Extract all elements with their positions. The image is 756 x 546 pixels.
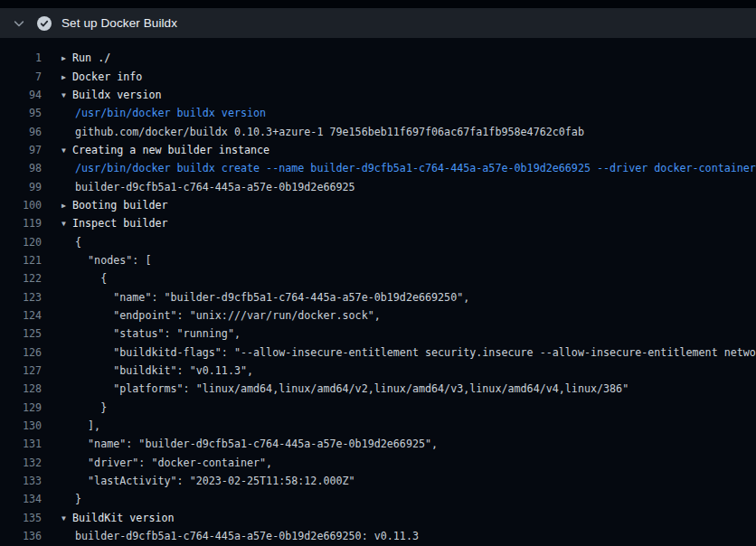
log-line: 96 github.com/docker/buildx 0.10.3+azure… xyxy=(0,122,756,140)
line-number[interactable]: 7 xyxy=(0,71,42,83)
log-line: 100 ▶Booting builder xyxy=(0,196,756,214)
log-text: { xyxy=(61,236,81,249)
line-number[interactable]: 133 xyxy=(0,475,42,487)
log-text: "buildkitd-flags": "--allow-insecure-ent… xyxy=(61,346,756,359)
log-line: 94 ▼Buildx version xyxy=(0,86,756,104)
log-line: 99 builder-d9cfb5a1-c764-445a-a57e-0b19d… xyxy=(0,177,756,195)
log-group-header[interactable]: ▶Booting builder xyxy=(61,199,168,212)
line-number[interactable]: 94 xyxy=(0,89,42,101)
log-group-label: Creating a new builder instance xyxy=(72,144,269,156)
line-number[interactable]: 128 xyxy=(0,382,42,395)
log-group-header[interactable]: ▼Creating a new builder instance xyxy=(61,144,269,156)
line-number[interactable]: 127 xyxy=(0,364,42,377)
log-line: 97 ▼Creating a new builder instance xyxy=(0,141,756,159)
log-line: 132 "driver": "docker-container", xyxy=(0,454,756,472)
log-command-text: /usr/bin/docker buildx version xyxy=(61,107,266,119)
log-group-label: Run ./ xyxy=(72,52,110,64)
log-text: } xyxy=(61,401,107,414)
log-group-label: BuildKit version xyxy=(72,512,175,524)
log-group-label: Inspect builder xyxy=(72,217,168,230)
log-line: 120 { xyxy=(0,232,756,250)
line-number[interactable]: 130 xyxy=(0,419,42,432)
log-line: 128 "platforms": "linux/amd64,linux/amd6… xyxy=(0,380,756,398)
line-number[interactable]: 95 xyxy=(0,107,42,119)
log-line: 1 ▶Run ./ xyxy=(0,49,756,67)
log-text: "lastActivity": "2023-02-25T11:58:12.000… xyxy=(61,475,355,487)
log-line: 123 "name": "builder-d9cfb5a1-c764-445a-… xyxy=(0,287,756,306)
log-group-header[interactable]: ▼Buildx version xyxy=(61,89,162,101)
log-text: "endpoint": "unix:///var/run/docker.sock… xyxy=(61,309,381,322)
line-number[interactable]: 131 xyxy=(0,438,42,450)
triangle-down-icon: ▼ xyxy=(61,514,72,522)
log-line: 98 /usr/bin/docker buildx create --name … xyxy=(0,159,756,177)
log-line: 130 ], xyxy=(0,417,756,435)
log-line: 122 { xyxy=(0,269,756,287)
log-text: builder-d9cfb5a1-c764-445a-a57e-0b19d2e6… xyxy=(61,530,419,542)
log-group-header[interactable]: ▶Docker info xyxy=(61,71,142,83)
line-number[interactable]: 121 xyxy=(0,254,42,267)
log-line: 135 ▼BuildKit version xyxy=(0,509,756,527)
log-group-header[interactable]: ▶Run ./ xyxy=(61,52,110,64)
triangle-right-icon: ▶ xyxy=(61,73,72,81)
log-text: "name": "builder-d9cfb5a1-c764-445a-a57e… xyxy=(61,438,438,450)
log-text: } xyxy=(61,493,81,505)
log-text: builder-d9cfb5a1-c764-445a-a57e-0b19d2e6… xyxy=(61,181,355,193)
log-text: "driver": "docker-container", xyxy=(61,457,272,469)
log-line: 124 "endpoint": "unix:///var/run/docker.… xyxy=(0,306,756,325)
log-group-label: Buildx version xyxy=(72,89,162,101)
line-number[interactable]: 122 xyxy=(0,272,42,285)
line-number[interactable]: 134 xyxy=(0,493,42,505)
line-number[interactable]: 132 xyxy=(0,457,42,469)
log-line: 136 builder-d9cfb5a1-c764-445a-a57e-0b19… xyxy=(0,527,756,545)
step-header[interactable]: Set up Docker Buildx xyxy=(0,8,756,38)
log-line: 125 "status": "running", xyxy=(0,325,756,343)
log-text: ], xyxy=(61,419,100,432)
triangle-down-icon: ▼ xyxy=(61,91,72,99)
log-text: "status": "running", xyxy=(61,327,241,340)
line-number[interactable]: 1 xyxy=(0,52,42,64)
log-text: "buildkit": "v0.11.3", xyxy=(61,364,253,377)
step-log-panel: Set up Docker Buildx 1 ▶Run ./ 7 ▶Docker… xyxy=(0,8,756,546)
line-number[interactable]: 96 xyxy=(0,126,42,138)
log-line: 121 "nodes": [ xyxy=(0,251,756,269)
log-text: { xyxy=(61,272,107,285)
triangle-down-icon: ▼ xyxy=(61,220,72,228)
log-line: 119 ▼Inspect builder xyxy=(0,214,756,232)
line-number[interactable]: 119 xyxy=(0,217,42,230)
check-circle-icon xyxy=(37,16,52,31)
line-number[interactable]: 136 xyxy=(0,530,42,542)
chevron-down-icon[interactable] xyxy=(13,17,25,30)
line-number[interactable]: 124 xyxy=(0,309,42,322)
line-number[interactable]: 125 xyxy=(0,327,42,340)
line-number[interactable]: 126 xyxy=(0,346,42,359)
line-number[interactable]: 135 xyxy=(0,512,42,524)
log-area: 1 ▶Run ./ 7 ▶Docker info 94 ▼Buildx vers… xyxy=(0,38,756,546)
log-text: "nodes": [ xyxy=(61,254,151,267)
log-group-label: Booting builder xyxy=(72,199,168,212)
line-number[interactable]: 120 xyxy=(0,236,42,249)
triangle-right-icon: ▶ xyxy=(61,202,72,210)
log-line: 129 } xyxy=(0,399,756,417)
log-line: 134 } xyxy=(0,490,756,508)
log-text: github.com/docker/buildx 0.10.3+azure-1 … xyxy=(61,126,584,138)
log-line: 127 "buildkit": "v0.11.3", xyxy=(0,362,756,380)
line-number[interactable]: 129 xyxy=(0,401,42,414)
log-line: 7 ▶Docker info xyxy=(0,67,756,85)
line-number[interactable]: 123 xyxy=(0,291,42,304)
log-command-text: /usr/bin/docker buildx create --name bui… xyxy=(61,162,756,174)
step-title: Set up Docker Buildx xyxy=(61,16,177,30)
log-line: 133 "lastActivity": "2023-02-25T11:58:12… xyxy=(0,472,756,490)
line-number[interactable]: 98 xyxy=(0,162,42,174)
log-text: "platforms": "linux/amd64,linux/amd64/v2… xyxy=(61,382,628,395)
log-line: 131 "name": "builder-d9cfb5a1-c764-445a-… xyxy=(0,435,756,453)
triangle-right-icon: ▶ xyxy=(61,54,72,62)
log-group-header[interactable]: ▼BuildKit version xyxy=(61,512,175,524)
log-line: 126 "buildkitd-flags": "--allow-insecure… xyxy=(0,344,756,362)
log-text: "name": "builder-d9cfb5a1-c764-445a-a57e… xyxy=(61,291,469,304)
log-line: 95 /usr/bin/docker buildx version xyxy=(0,104,756,122)
log-group-header[interactable]: ▼Inspect builder xyxy=(61,217,168,230)
line-number[interactable]: 100 xyxy=(0,199,42,212)
line-number[interactable]: 99 xyxy=(0,181,42,193)
line-number[interactable]: 97 xyxy=(0,144,42,156)
triangle-down-icon: ▼ xyxy=(61,146,72,155)
